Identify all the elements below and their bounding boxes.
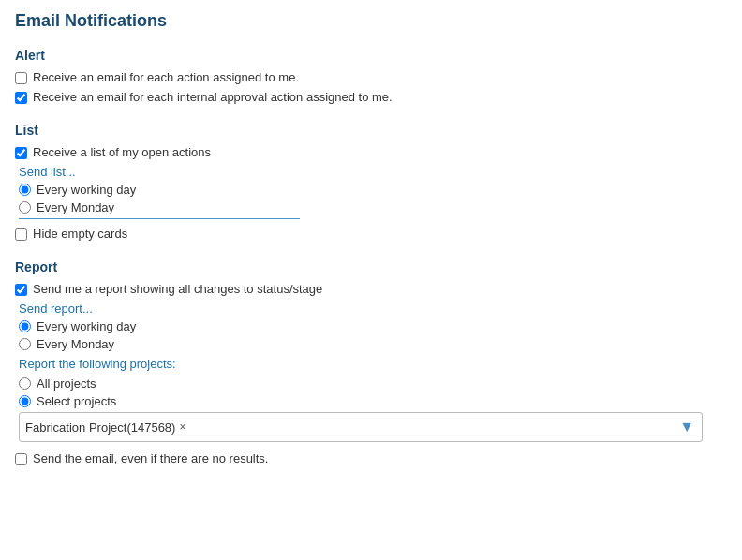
- report-all-projects-radio[interactable]: [19, 377, 31, 390]
- report-all-projects-row: All projects: [19, 376, 727, 391]
- list-hide-empty-label: Hide empty cards: [33, 227, 127, 241]
- project-tag: Fabrication Project(147568) ×: [25, 420, 186, 435]
- report-checkbox-label: Send me a report showing all changes to …: [33, 282, 322, 296]
- project-tag-text: Fabrication Project(147568): [25, 420, 175, 435]
- project-tag-close-icon[interactable]: ×: [179, 420, 186, 434]
- list-radio1-label: Every working day: [37, 183, 136, 197]
- alert-checkbox1[interactable]: [15, 72, 27, 84]
- list-section-title: List: [15, 123, 727, 138]
- report-projects-label: Report the following projects:: [19, 357, 727, 371]
- project-select-box[interactable]: Fabrication Project(147568) × ▼: [19, 412, 703, 442]
- list-checkbox-row: Receive a list of my open actions: [15, 145, 727, 159]
- report-all-projects-label: All projects: [37, 376, 96, 391]
- list-send-label: Send list...: [19, 165, 727, 179]
- report-radio1-label: Every working day: [37, 319, 136, 333]
- report-select-projects-row: Select projects: [19, 394, 727, 408]
- report-send-no-results-row: Send the email, even if there are no res…: [15, 451, 727, 465]
- report-select-projects-radio[interactable]: [19, 395, 31, 407]
- alert-section-title: Alert: [15, 48, 727, 63]
- list-section: List Receive a list of my open actions S…: [15, 123, 727, 241]
- report-checkbox-row: Send me a report showing all changes to …: [15, 282, 727, 296]
- report-radio1-row: Every working day: [19, 319, 727, 333]
- report-send-no-results-checkbox[interactable]: [15, 453, 27, 465]
- list-radio2-label: Every Monday: [37, 200, 114, 214]
- list-divider: [19, 218, 300, 219]
- dropdown-arrow-icon[interactable]: ▼: [679, 419, 694, 435]
- report-send-no-results-label: Send the email, even if there are no res…: [33, 451, 268, 465]
- list-checkbox[interactable]: [15, 147, 27, 159]
- alert-checkbox2-row: Receive an email for each internal appro…: [15, 90, 727, 104]
- report-select-projects-label: Select projects: [37, 394, 116, 408]
- report-radio-working-day[interactable]: [19, 320, 31, 332]
- report-checkbox[interactable]: [15, 284, 27, 296]
- report-section: Report Send me a report showing all chan…: [15, 259, 727, 465]
- report-radio2-row: Every Monday: [19, 337, 727, 351]
- list-hide-empty-row: Hide empty cards: [15, 227, 727, 241]
- list-hide-empty-checkbox[interactable]: [15, 228, 27, 241]
- report-section-title: Report: [15, 259, 727, 274]
- list-radio-working-day[interactable]: [19, 184, 31, 196]
- alert-checkbox2-label: Receive an email for each internal appro…: [33, 90, 393, 104]
- list-radio2-row: Every Monday: [19, 200, 727, 214]
- alert-section: Alert Receive an email for each action a…: [15, 48, 727, 104]
- alert-checkbox1-label: Receive an email for each action assigne…: [33, 70, 299, 84]
- alert-checkbox1-row: Receive an email for each action assigne…: [15, 70, 727, 84]
- report-send-label: Send report...: [19, 302, 727, 316]
- list-radio-monday[interactable]: [19, 201, 31, 214]
- alert-checkbox2[interactable]: [15, 92, 27, 104]
- report-radio2-label: Every Monday: [37, 337, 114, 351]
- report-radio-monday[interactable]: [19, 338, 31, 350]
- page-title: Email Notifications: [15, 11, 727, 31]
- list-radio1-row: Every working day: [19, 183, 727, 197]
- list-checkbox-label: Receive a list of my open actions: [33, 145, 211, 159]
